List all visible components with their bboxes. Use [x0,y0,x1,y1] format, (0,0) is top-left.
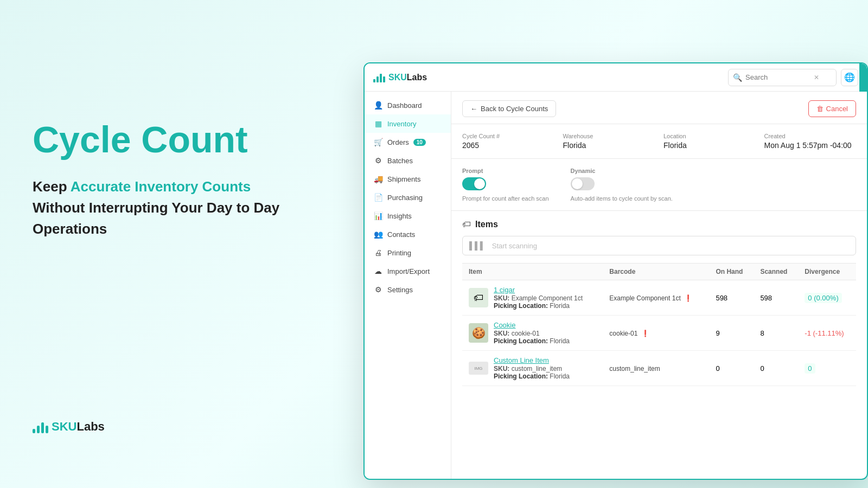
items-tag-icon: 🏷 [462,220,471,229]
shipments-icon: 🚚 [373,175,383,183]
warehouse-item: Warehouse Florida [563,133,655,150]
sidebar: 👤 Dashboard ▦ Inventory 🛒 Orders 10 ⚙ Ba… [365,92,451,479]
col-barcode: Barcode [603,264,709,280]
globe-button[interactable]: 🌐 [841,69,858,86]
cancel-button[interactable]: 🗑 Cancel [808,100,856,117]
logo-bar-3 [41,422,44,433]
sidebar-item-shipments[interactable]: 🚚 Shipments [365,170,451,188]
warehouse-label: Warehouse [563,133,655,139]
dynamic-toggle-thumb [572,178,583,189]
item-info-2: Cookie SKU: cookie-01 Picking Location: … [494,321,596,345]
sidebar-item-inventory[interactable]: ▦ Inventory [365,114,451,133]
item-sku-2: SKU: cookie-01 [494,330,596,337]
logo-bar-1 [33,429,35,433]
purchasing-icon: 📄 [373,193,383,202]
item-thumb-1: 🏷 [469,288,488,307]
prompt-desc: Prompt for count after each scan [462,195,549,202]
sidebar-item-contacts[interactable]: 👥 Contacts [365,225,451,243]
scan-input-bar[interactable]: ▌▌▌ Start scanning [462,236,856,255]
item-location-1: Picking Location: Florida [494,302,596,310]
app-logo-text: SKULabs [388,73,427,82]
item-cell-1: 🏷 1 cigar SKU: Example Component 1ct Pic… [462,280,603,316]
back-to-cycle-counts-button[interactable]: ← Back to Cycle Counts [462,100,556,117]
top-bar: SKULabs 🔍 ✕ 🌐 [365,63,867,92]
app-logo: SKULabs [373,73,427,82]
sidebar-item-import-export[interactable]: ☁ Import/Export [365,262,451,280]
barcode-warning-2: ❗ [641,330,649,337]
cycle-number-label: Cycle Count # [462,133,554,139]
prompt-toggle[interactable] [462,177,486,190]
sidebar-label-orders: Orders [387,138,409,146]
items-table: Item Barcode On Hand Scanned Divergence [462,263,856,386]
search-clear-icon[interactable]: ✕ [814,74,819,81]
sidebar-label-inventory: Inventory [387,120,416,128]
search-icon: 🔍 [733,73,742,82]
sidebar-label-insights: Insights [387,212,412,220]
app-window: SKULabs 🔍 ✕ 🌐 👤 Dashboard ▦ Inventory 🛒 … [363,62,868,480]
col-scanned: Scanned [754,264,798,280]
item-location-2: Picking Location: Florida [494,337,596,345]
onhand-cell-1: 598 [709,280,754,316]
onhand-cell-2: 9 [709,316,754,351]
divergence-value-1: 0 (0.00%) [805,293,841,303]
subtitle-line3: Operations [33,221,107,237]
barcode-text-2: cookie-01 [609,330,637,337]
item-name-2[interactable]: Cookie [494,321,596,329]
sidebar-item-printing[interactable]: 🖨 Printing [365,243,451,262]
warehouse-value: Florida [563,141,655,150]
table-row: 🍪 Cookie SKU: cookie-01 Picking Location… [462,316,856,351]
col-divergence: Divergence [798,264,856,280]
prompt-toggle-track[interactable] [462,177,486,190]
item-cell-content-2: 🍪 Cookie SKU: cookie-01 Picking Location… [469,321,596,345]
insights-icon: 📊 [373,211,383,220]
marketing-section: Cycle Count Keep Accurate Inventory Coun… [0,0,358,488]
trash-icon: 🗑 [816,105,824,113]
dynamic-toggle-track[interactable] [571,177,595,190]
scanned-cell-1: 598 [754,280,798,316]
prompt-label: Prompt [462,168,549,174]
marketing-subtitle: Keep Accurate Inventory Counts Without I… [33,176,326,240]
inventory-icon: ▦ [373,119,383,128]
search-bar[interactable]: 🔍 ✕ [728,69,837,86]
sidebar-item-insights[interactable]: 📊 Insights [365,207,451,225]
sidebar-item-dashboard[interactable]: 👤 Dashboard [365,96,451,114]
cycle-count-info: Cycle Count # 2065 Warehouse Florida Loc… [451,124,867,159]
scanned-cell-3: 0 [754,351,798,386]
item-name-3[interactable]: Custom Line Item [494,356,596,364]
barcode-text-3: custom_line_item [609,365,660,373]
col-item: Item [462,264,603,280]
scanned-cell-2: 8 [754,316,798,351]
item-name-1[interactable]: 1 cigar [494,286,596,294]
settings-grid: Prompt Prompt for count after each scan … [462,168,856,202]
item-sku-3: SKU: custom_line_item [494,365,596,373]
sidebar-item-purchasing[interactable]: 📄 Purchasing [365,188,451,207]
settings-section: Prompt Prompt for count after each scan … [451,159,867,211]
created-item: Created Mon Aug 1 5:57pm -04:00 [764,133,857,150]
app-logo-bars [373,73,385,82]
header-actions: 🗑 Cancel [808,100,856,117]
sidebar-label-contacts: Contacts [387,230,415,239]
marketing-title: Cycle Count [33,119,326,160]
sidebar-label-shipments: Shipments [387,175,420,183]
search-input[interactable] [745,73,810,81]
barcode-scan-icon: ▌▌▌ [469,241,486,250]
divergence-cell-3: 0 [798,351,856,386]
location-item: Location Florida [663,133,756,150]
sidebar-item-settings[interactable]: ⚙ Settings [365,280,451,299]
dashboard-icon: 👤 [373,101,383,110]
items-title: Items [475,220,498,229]
sidebar-item-orders[interactable]: 🛒 Orders 10 [365,133,451,151]
dynamic-toggle[interactable] [571,177,595,190]
item-cell-content-1: 🏷 1 cigar SKU: Example Component 1ct Pic… [469,286,596,310]
sidebar-label-printing: Printing [387,249,411,257]
item-location-3: Picking Location: Florida [494,373,596,380]
sidebar-item-batches[interactable]: ⚙ Batches [365,151,451,170]
logo-bars-bottom [33,420,48,433]
contacts-icon: 👥 [373,230,383,239]
cycle-number-item: Cycle Count # 2065 [462,133,554,150]
sidebar-label-batches: Batches [387,157,413,165]
divergence-cell-2: -1 (-11.11%) [798,316,856,351]
item-cell-content-3: IMG Custom Line Item SKU: custom_line_it… [469,356,596,380]
top-bar-accent [859,63,867,92]
onhand-cell-3: 0 [709,351,754,386]
